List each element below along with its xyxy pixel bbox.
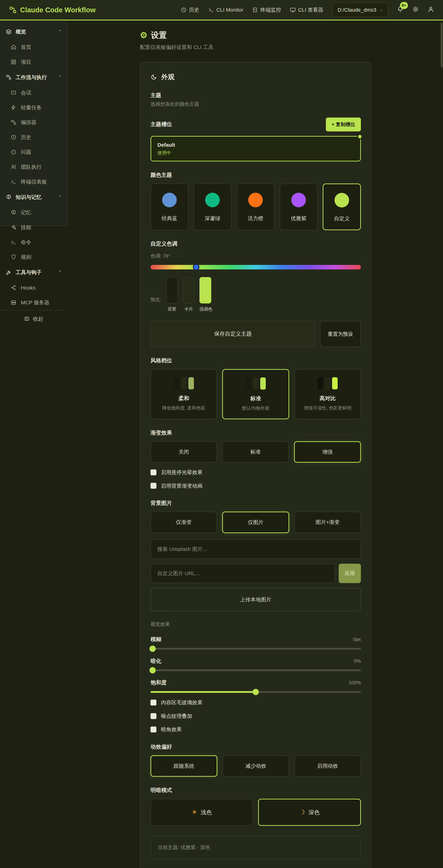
app-logo[interactable]: Claude Code Workflow (9, 5, 96, 15)
mode-label: 明暗模式 (151, 786, 361, 794)
theme-color-dot (335, 193, 349, 208)
gradient-standard[interactable]: 标准 (222, 441, 289, 463)
theme-toggle-button[interactable] (412, 6, 419, 14)
sidebar-item-sessions[interactable]: 会话 (0, 85, 67, 100)
bg-gradient-anim-checkbox[interactable]: 启用背景渐变动画 (151, 482, 361, 490)
hue-slider-thumb[interactable] (193, 264, 199, 271)
theme-color-dot (205, 193, 220, 207)
motion-options: 跟随系统 减少动效 启用动效 (151, 755, 361, 777)
theme-card-deep-green[interactable]: 深邃绿 (194, 184, 231, 230)
sidebar-item-orchestrator[interactable]: 编排器 (0, 115, 67, 130)
saturation-slider-fill (151, 691, 256, 693)
tablet-icon (252, 7, 258, 13)
project-selector[interactable]: D:/Claude_dms3 ⌄ (332, 3, 388, 17)
darken-slider-thumb[interactable] (150, 667, 156, 673)
sidebar-item-team-execution[interactable]: 团队执行 (0, 159, 67, 175)
wrench-icon (6, 270, 11, 275)
bg-gradient-only[interactable]: 仅渐变 (151, 512, 217, 533)
sidebar-item-hooks[interactable]: Hooks (0, 280, 67, 295)
nav-history[interactable]: 历史 (181, 6, 199, 14)
workflow-logo-icon (9, 6, 17, 14)
reset-preset-button[interactable]: 重置为预设 (320, 321, 361, 347)
page-scrollbar[interactable] (441, 22, 442, 67)
blur-slider-thumb[interactable] (150, 646, 156, 652)
nav-cli-viewer[interactable]: CLI 查看器 (290, 6, 323, 14)
color-theme-list: 经典蓝 深邃绿 活力橙 优雅紫 自定义 (151, 184, 361, 230)
visual-effects-label: 视觉效果 (151, 621, 361, 628)
style-bar (325, 377, 330, 390)
users-icon (11, 164, 16, 169)
mode-light[interactable]: ☀ 浅色 (151, 799, 253, 826)
sidebar-item-mcp-servers[interactable]: MCP 服务器 (0, 295, 67, 310)
brain-icon (6, 194, 11, 200)
motion-reduced[interactable]: 减少动效 (223, 755, 289, 777)
sidebar-group-knowledge[interactable]: 知识与记忆 ⌃ (0, 189, 67, 205)
sidebar-item-rules[interactable]: 规则 (0, 250, 67, 265)
upload-local-image-button[interactable]: 上传本地图片 (151, 588, 361, 611)
sidebar-item-light-tasks[interactable]: 轻量任务 (0, 100, 67, 115)
nav-terminal-monitor[interactable]: 终端监控 (252, 6, 281, 14)
chevron-up-icon: ⌃ (58, 269, 62, 275)
saturation-slider-thumb[interactable] (253, 689, 259, 695)
unsplash-search-input[interactable] (151, 539, 361, 559)
slot-active-dot (357, 134, 362, 140)
theme-card-classic-blue[interactable]: 经典蓝 (151, 184, 188, 230)
sidebar-group-tools[interactable]: 工具与钩子 ⌃ (0, 265, 67, 280)
theme-card-custom[interactable]: 自定义 (323, 184, 361, 230)
copy-slot-button[interactable]: + 复制槽位 (326, 118, 361, 131)
style-bar (260, 377, 266, 390)
chevron-up-icon: ⌃ (58, 194, 62, 200)
hue-slider[interactable] (151, 265, 361, 270)
theme-slot-default[interactable]: Default 使用中 (151, 136, 361, 161)
sidebar-item-history[interactable]: 历史 (0, 130, 67, 145)
checkbox-icon (151, 726, 156, 733)
darken-slider[interactable] (151, 670, 361, 671)
glass-effect-checkbox[interactable]: 内容区毛玻璃效果 (151, 699, 361, 706)
saturation-slider[interactable] (151, 691, 361, 693)
bg-image-only[interactable]: 仅图片 (222, 512, 289, 533)
motion-follow-system[interactable]: 跟随系统 (151, 755, 217, 777)
panel-collapse-icon (24, 316, 30, 321)
style-high-contrast[interactable]: 高对比 增强可读性, 色彩更鲜明 (294, 369, 361, 419)
sidebar-item-skills[interactable]: 技能 (0, 220, 67, 235)
gradient-enhanced[interactable]: 增强 (294, 441, 361, 463)
sidebar-item-projects[interactable]: 项目 (0, 55, 67, 69)
monitor-icon (290, 7, 296, 13)
zap-icon (11, 105, 16, 110)
preview-swatch-accent (199, 277, 211, 304)
mode-dark[interactable]: ☽ 深色 (258, 799, 361, 826)
sidebar-item-home[interactable]: 首页 (0, 40, 67, 55)
grid-icon (11, 59, 16, 65)
gradient-off[interactable]: 关闭 (151, 441, 217, 463)
custom-url-input[interactable] (151, 564, 335, 583)
layers-icon (6, 29, 11, 35)
gradient-options: 关闭 标准 增强 (151, 441, 361, 463)
vignette-checkbox[interactable]: 暗角效果 (151, 726, 361, 733)
sidebar-collapse-button[interactable]: 收起 (0, 310, 67, 327)
user-menu-button[interactable] (428, 6, 434, 14)
sidebar-item-terminal-dashboard[interactable]: 终端仪表板 (0, 174, 67, 189)
hover-glow-checkbox[interactable]: 启用悬停光晕效果 (151, 469, 361, 476)
hue-value: 色调: 78° (151, 253, 361, 260)
sidebar-item-issues[interactable]: 问题 (0, 145, 67, 159)
notifications-button[interactable]: 9+ (397, 6, 404, 14)
save-custom-theme-button[interactable]: 保存自定义主题 (151, 321, 315, 347)
sidebar-item-memory[interactable]: 记忆 (0, 205, 67, 220)
nav-cli-monitor[interactable]: CLI Monitor (208, 6, 243, 14)
bg-image-options: 仅渐变 仅图片 图片+渐变 (151, 512, 361, 533)
style-soft[interactable]: 柔和 降低饱和度, 柔和色彩 (151, 369, 217, 419)
style-bar (188, 377, 194, 390)
preview-swatch-card (183, 277, 195, 304)
apply-url-button[interactable]: 应用 (339, 564, 361, 583)
motion-enabled[interactable]: 启用动效 (294, 755, 361, 777)
sidebar-group-workflow[interactable]: 工作流与执行 ⌃ (0, 69, 67, 85)
bg-image-gradient[interactable]: 图片+渐变 (294, 512, 361, 533)
theme-card-vibrant-orange[interactable]: 活力橙 (236, 184, 275, 230)
noise-texture-checkbox[interactable]: 噪点纹理叠加 (151, 712, 361, 720)
blur-slider[interactable] (151, 648, 361, 650)
style-standard[interactable]: 标准 默认均衡外观 (222, 369, 289, 419)
style-bar (253, 377, 258, 390)
sidebar-group-overview[interactable]: 概览 ⌃ (0, 24, 67, 40)
sidebar-item-commands[interactable]: 命令 (0, 235, 67, 250)
theme-card-elegant-purple[interactable]: 优雅紫 (280, 184, 317, 230)
